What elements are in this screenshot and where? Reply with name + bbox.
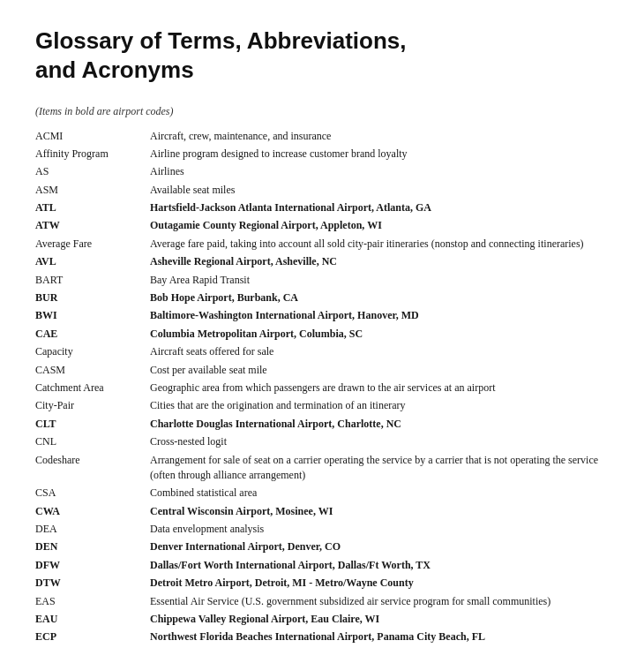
glossary-term: BWI — [35, 307, 150, 325]
glossary-term: ASM — [35, 181, 150, 199]
glossary-row: DFWDallas/Fort Worth International Airpo… — [35, 556, 609, 574]
glossary-row: ATLHartsfield-Jackson Atlanta Internatio… — [35, 200, 609, 217]
glossary-term: DEN — [35, 539, 150, 556]
glossary-term: City-Pair — [35, 397, 150, 415]
glossary-term: Capacity — [35, 343, 150, 361]
glossary-row: ECPNorthwest Florida Beaches Internation… — [35, 629, 609, 646]
glossary-term: BUR — [35, 290, 150, 307]
glossary-term: Average Fare — [35, 235, 150, 252]
glossary-definition: Cross-nested logit — [150, 433, 609, 451]
glossary-row: EAUChippewa Valley Regional Airport, Eau… — [35, 611, 609, 629]
glossary-definition: Geographic area from which passengers ar… — [150, 379, 609, 396]
glossary-definition: Charlotte Douglas International Airport,… — [150, 415, 609, 433]
glossary-definition: Central Wisconsin Airport, Mosinee, WI — [150, 502, 609, 520]
glossary-table: ACMIAircraft, crew, maintenance, and ins… — [35, 127, 609, 648]
glossary-row: City-PairCities that are the origination… — [35, 397, 609, 415]
glossary-definition: Denver International Airport, Denver, CO — [150, 539, 609, 556]
glossary-term: ACMI — [35, 127, 150, 145]
glossary-definition: Chippewa Valley Regional Airport, Eau Cl… — [150, 611, 609, 629]
glossary-term: CNL — [35, 433, 150, 451]
glossary-term: CWA — [35, 502, 150, 520]
glossary-definition: Cities that are the origination and term… — [150, 397, 609, 415]
glossary-row: CodeshareArrangement for sale of seat on… — [35, 451, 609, 485]
glossary-row: CNLCross-nested logit — [35, 433, 609, 451]
glossary-term: ATW — [35, 217, 150, 235]
glossary-term: Codeshare — [35, 451, 150, 485]
glossary-term: DTW — [35, 575, 150, 592]
glossary-row: CapacityAircraft seats offered for sale — [35, 343, 609, 361]
glossary-term: CSA — [35, 485, 150, 502]
glossary-row: CASMCost per available seat mile — [35, 361, 609, 379]
glossary-row: ATWOutagamie County Regional Airport, Ap… — [35, 217, 609, 235]
glossary-definition: Detroit Metro Airport, Detroit, MI - Met… — [150, 575, 609, 592]
glossary-definition: Combined statistical area — [150, 485, 609, 502]
glossary-definition: Baltimore-Washington International Airpo… — [150, 307, 609, 325]
glossary-definition: Airlines — [150, 163, 609, 181]
glossary-row: BWIBaltimore-Washington International Ai… — [35, 307, 609, 325]
glossary-term: CAE — [35, 325, 150, 343]
glossary-row: CLTCharlotte Douglas International Airpo… — [35, 415, 609, 433]
glossary-term: AS — [35, 163, 150, 181]
glossary-term: Catchment Area — [35, 379, 150, 396]
glossary-definition: Available seat miles — [150, 181, 609, 199]
glossary-definition: Bay Area Rapid Transit — [150, 271, 609, 289]
glossary-row: ASAirlines — [35, 163, 609, 181]
glossary-definition: Aircraft, crew, maintenance, and insuran… — [150, 127, 609, 145]
glossary-definition: Aircraft seats offered for sale — [150, 343, 609, 361]
glossary-row: Affinity ProgramAirline program designed… — [35, 145, 609, 162]
glossary-row: EASEssential Air Service (U.S. governmen… — [35, 592, 609, 610]
glossary-row: ACMIAircraft, crew, maintenance, and ins… — [35, 127, 609, 145]
glossary-term: ECP — [35, 629, 150, 646]
glossary-definition: Asheville Regional Airport, Asheville, N… — [150, 253, 609, 271]
glossary-term: CASM — [35, 361, 150, 379]
glossary-term: CLT — [35, 415, 150, 433]
glossary-definition: Essential Air Service (U.S. government s… — [150, 592, 609, 610]
glossary-definition: Cost per available seat mile — [150, 361, 609, 379]
glossary-definition: Columbia Metropolitan Airport, Columbia,… — [150, 325, 609, 343]
glossary-row: DENDenver International Airport, Denver,… — [35, 539, 609, 556]
subtitle: (Items in bold are airport codes) — [35, 105, 609, 118]
glossary-row: Catchment AreaGeographic area from which… — [35, 379, 609, 396]
glossary-row: AVLAsheville Regional Airport, Asheville… — [35, 253, 609, 271]
glossary-row: BARTBay Area Rapid Transit — [35, 271, 609, 289]
glossary-row: BURBob Hope Airport, Burbank, CA — [35, 290, 609, 307]
glossary-definition: Bob Hope Airport, Burbank, CA — [150, 290, 609, 307]
glossary-term: Affinity Program — [35, 145, 150, 162]
glossary-row: ASMAvailable seat miles — [35, 181, 609, 199]
glossary-definition: Northwest Florida Beaches International … — [150, 629, 609, 646]
glossary-row: DTWDetroit Metro Airport, Detroit, MI - … — [35, 575, 609, 592]
glossary-definition: Hartsfield-Jackson Atlanta International… — [150, 200, 609, 217]
glossary-term: EAS — [35, 592, 150, 610]
glossary-definition: Dallas/Fort Worth International Airport,… — [150, 556, 609, 574]
glossary-definition: Arrangement for sale of seat on a carrie… — [150, 451, 609, 485]
glossary-definition: Data envelopment analysis — [150, 521, 609, 539]
glossary-term: DFW — [35, 556, 150, 574]
glossary-term: ATL — [35, 200, 150, 217]
glossary-row: Average FareAverage fare paid, taking in… — [35, 235, 609, 252]
glossary-term: AVL — [35, 253, 150, 271]
glossary-row: DEAData envelopment analysis — [35, 521, 609, 539]
glossary-term: BART — [35, 271, 150, 289]
glossary-term: EAU — [35, 611, 150, 629]
glossary-row: CSACombined statistical area — [35, 485, 609, 502]
glossary-row: CAEColumbia Metropolitan Airport, Columb… — [35, 325, 609, 343]
glossary-row: CWACentral Wisconsin Airport, Mosinee, W… — [35, 502, 609, 520]
glossary-definition: Average fare paid, taking into account a… — [150, 235, 609, 252]
glossary-definition: Outagamie County Regional Airport, Apple… — [150, 217, 609, 235]
glossary-definition: Airline program designed to increase cus… — [150, 145, 609, 162]
glossary-term: DEA — [35, 521, 150, 539]
page-title: Glossary of Terms, Abbreviations, and Ac… — [35, 26, 609, 84]
